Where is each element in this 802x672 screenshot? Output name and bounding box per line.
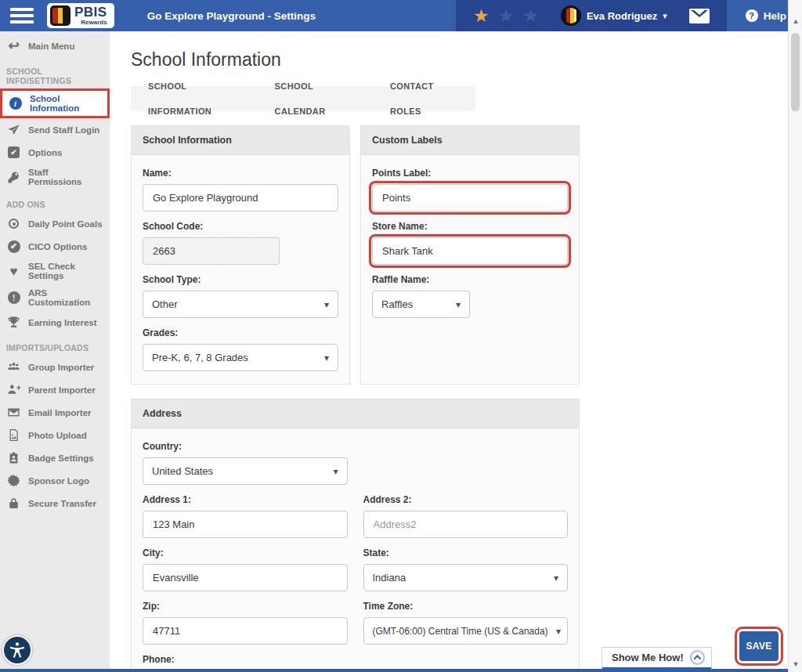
chevron-down-icon: ▾ [663, 11, 667, 21]
scroll-down-arrow-icon[interactable]: ▼ [789, 660, 802, 668]
raffle-name-value: Raffles [381, 298, 413, 310]
zip-field[interactable] [143, 617, 348, 645]
store-name-field[interactable] [372, 237, 568, 265]
zip-label: Zip: [143, 601, 348, 612]
sidebar-nav: ↩ Main Menu SCHOOL INFO/SETTINGS i Schoo… [0, 31, 110, 672]
check-circle-icon: ✔ [8, 240, 20, 253]
header-right-section: ★ ★ ★ Eva Rodriguez ▾ [456, 0, 727, 31]
name-field[interactable] [143, 184, 338, 211]
sidebar-item-main-menu[interactable]: ↩ Main Menu [0, 34, 110, 57]
time-zone-label: Time Zone: [363, 601, 569, 612]
sidebar-item-parent-importer[interactable]: Parent Importer [0, 378, 110, 401]
sidebar-item-earning-interest[interactable]: Earning Interest [0, 311, 110, 334]
save-button[interactable]: SAVE [739, 631, 779, 661]
vertical-scrollbar[interactable]: ▲ ▼ [788, 0, 802, 672]
name-label: Name: [143, 168, 338, 179]
sidebar-item-ars-customization[interactable]: ! ARS Customization [0, 284, 110, 311]
time-zone-select[interactable]: (GMT-06:00) Central Time (US & Canada) ▾ [363, 617, 569, 645]
sidebar-item-label: Secure Transfer [28, 499, 96, 508]
chevron-down-icon: ▾ [554, 573, 558, 583]
sidebar-section-add-ons: ADD ONS [0, 190, 110, 212]
address-panel: Address Country: United States ▾ Address… [131, 399, 580, 669]
address1-label: Address 1: [143, 494, 348, 505]
sidebar-item-label: Earning Interest [28, 318, 97, 327]
sidebar-item-send-staff-login[interactable]: Send Staff Login [0, 118, 110, 141]
heart-icon: ♥ [6, 264, 21, 279]
sidebar-item-label: Parent Importer [28, 385, 96, 395]
chevron-up-circle-icon [690, 650, 705, 665]
sidebar-item-options[interactable]: ✔ Options [0, 141, 110, 164]
raffle-name-select[interactable]: Raffles ▾ [372, 291, 470, 318]
exclamation-circle-icon: ! [8, 291, 20, 304]
country-label: Country: [143, 441, 348, 452]
address1-field[interactable] [143, 511, 348, 538]
checkbox-icon: ✔ [8, 146, 20, 158]
sidebar-item-label: Email Importer [28, 408, 92, 417]
hamburger-menu-icon[interactable] [10, 8, 34, 23]
sidebar-item-label: Staff Permissions [28, 168, 103, 186]
panel-title: Custom Labels [361, 126, 579, 155]
address2-field[interactable] [363, 511, 569, 538]
show-me-how-label: Show Me How! [612, 652, 684, 663]
sidebar-item-staff-permissions[interactable]: Staff Permissions [0, 164, 110, 190]
tab-school-calendar[interactable]: SCHOOL CALENDAR [258, 74, 373, 124]
scrollbar-thumb[interactable] [791, 33, 800, 111]
sidebar-item-label: Options [28, 148, 62, 157]
sidebar-item-label: School Information [30, 94, 102, 113]
star-rating[interactable]: ★ ★ ★ [473, 7, 539, 25]
grades-select[interactable]: Pre-K, 6, 7, 8 Grades ▾ [143, 344, 338, 371]
question-mark-icon: ? [746, 9, 758, 22]
tab-contact-roles[interactable]: CONTACT ROLES [373, 74, 475, 124]
show-me-how-button[interactable]: Show Me How! [602, 647, 712, 670]
sidebar-item-label: ARS Customization [28, 288, 103, 307]
target-icon [9, 219, 19, 229]
sidebar-item-secure-transfer[interactable]: Secure Transfer [0, 492, 110, 515]
sidebar-item-cico-options[interactable]: ✔ CICO Options [0, 235, 110, 258]
star-empty-icon[interactable]: ★ [522, 7, 539, 25]
sidebar-item-sponsor-logo[interactable]: Sponsor Logo [0, 469, 110, 492]
sidebar-item-group-importer[interactable]: Group Importer [0, 356, 110, 378]
star-empty-icon[interactable]: ★ [498, 7, 515, 25]
city-field[interactable] [143, 564, 348, 591]
state-value: Indiana [373, 572, 406, 583]
user-menu[interactable]: Eva Rodriguez ▾ [561, 5, 667, 26]
user-name: Eva Rodriguez [587, 10, 657, 22]
sidebar-item-daily-point-goals[interactable]: Daily Point Goals [0, 212, 110, 235]
scroll-up-arrow-icon[interactable]: ▲ [789, 17, 802, 25]
pbis-logo-icon [50, 5, 70, 26]
trophy-icon [6, 315, 21, 330]
sidebar-item-sel-check-settings[interactable]: ♥ SEL Check Settings [0, 258, 110, 284]
country-value: United States [152, 465, 213, 477]
key-icon [6, 170, 21, 185]
school-type-label: School Type: [143, 274, 338, 285]
envelope-icon [6, 405, 21, 420]
badge-icon [6, 450, 21, 465]
sidebar-item-school-information[interactable]: i School Information [2, 90, 108, 117]
country-select[interactable]: United States ▾ [143, 457, 348, 485]
logo-name: PBIS [74, 5, 107, 19]
sidebar-item-label: Sponsor Logo [28, 476, 89, 486]
settings-tab-bar: SCHOOL INFORMATION SCHOOL CALENDAR CONTA… [131, 86, 475, 111]
grades-label: Grades: [143, 327, 338, 338]
sidebar-item-photo-upload[interactable]: Photo Upload [0, 424, 110, 446]
panel-title: Address [132, 399, 579, 428]
school-type-select[interactable]: Other ▾ [143, 291, 338, 318]
sidebar-item-badge-settings[interactable]: Badge Settings [0, 446, 110, 469]
sidebar-item-label: Group Importer [28, 363, 94, 372]
address2-label: Address 2: [363, 494, 569, 505]
messages-envelope-icon[interactable] [689, 9, 710, 23]
school-code-field [143, 237, 280, 265]
app-header: PBIS Rewards Go Explore Playground - Set… [0, 0, 802, 31]
sidebar-item-email-importer[interactable]: Email Importer [0, 401, 110, 424]
accessibility-button[interactable] [2, 635, 32, 665]
points-label-label: Points Label: [372, 168, 568, 179]
pbis-rewards-logo[interactable]: PBIS Rewards [47, 3, 114, 28]
window-title: Go Explore Playground - Settings [147, 10, 316, 22]
sidebar-item-label: CICO Options [28, 242, 87, 251]
state-select[interactable]: Indiana ▾ [363, 564, 569, 591]
star-filled-icon[interactable]: ★ [473, 7, 490, 25]
time-zone-value: (GMT-06:00) Central Time (US & Canada) [373, 626, 548, 637]
photo-document-icon [6, 428, 21, 443]
points-label-field[interactable] [372, 184, 568, 211]
tab-school-information[interactable]: SCHOOL INFORMATION [131, 74, 258, 124]
